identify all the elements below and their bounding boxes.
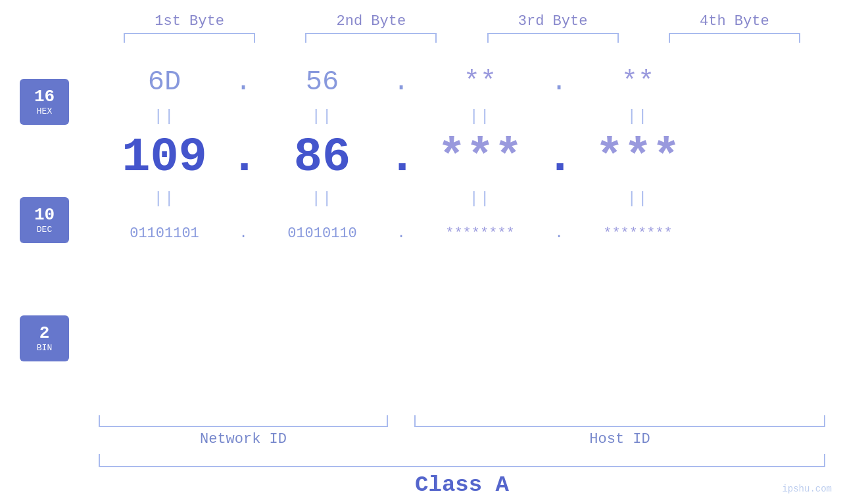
- eq2b: ||: [256, 190, 388, 208]
- hex-b3: **: [414, 66, 546, 98]
- byte3-header: 3rd Byte: [487, 13, 619, 30]
- dec-b2: 86: [256, 131, 388, 185]
- bin-dot1: .: [230, 225, 256, 242]
- dec-badge: 10 DEC: [20, 197, 69, 243]
- eq1: ||: [99, 108, 230, 126]
- bin-dot3: .: [546, 225, 572, 242]
- hex-row: 6D . 56 . ** . **: [99, 59, 825, 105]
- full-bottom-bracket-row: [0, 454, 845, 467]
- hex-b1: 6D: [99, 66, 230, 98]
- dec-row: 109 . 86 . *** . ***: [99, 128, 825, 187]
- host-id-section: [414, 415, 825, 427]
- eq1b: ||: [99, 190, 230, 208]
- hex-b2: 56: [256, 66, 388, 98]
- bin-row: 01101101 . 01010110 . ******** .: [99, 210, 825, 256]
- bracket-top-4: [669, 33, 800, 43]
- bracket-top-3: [487, 33, 619, 43]
- dec-badge-label: DEC: [37, 225, 52, 235]
- hex-badge: 16 HEX: [20, 79, 69, 125]
- byte1-header: 1st Byte: [124, 13, 255, 30]
- hex-b4: **: [572, 66, 704, 98]
- network-id-section: [99, 415, 388, 427]
- dec-dot3: .: [546, 131, 572, 185]
- host-bracket: [414, 415, 825, 427]
- byte4-header: 4th Byte: [669, 13, 800, 30]
- top-brackets: [0, 33, 845, 43]
- id-labels: Network ID Host ID: [0, 431, 845, 447]
- equals-row-2: || || || ||: [99, 187, 825, 210]
- full-bottom-bracket: [99, 454, 825, 467]
- dec-b1: 109: [99, 131, 230, 185]
- bottom-id-brackets: [0, 415, 845, 427]
- hex-badge-number: 16: [34, 87, 55, 106]
- bin-b4: ********: [572, 225, 704, 242]
- bin-badge-number: 2: [39, 324, 50, 343]
- dec-dot2: .: [388, 131, 414, 185]
- content-area: 16 HEX 10 DEC 2 BIN 6D .: [0, 49, 845, 415]
- eq3: ||: [414, 108, 546, 126]
- byte-headers-row: 1st Byte 2nd Byte 3rd Byte 4th Byte: [0, 0, 845, 30]
- equals-row: || || || ||: [99, 105, 825, 128]
- main-container: 1st Byte 2nd Byte 3rd Byte 4th Byte 16 H…: [0, 0, 845, 504]
- hex-badge-label: HEX: [37, 106, 52, 116]
- bracket-top-1: [124, 33, 255, 43]
- bin-badge: 2 BIN: [20, 315, 69, 361]
- class-label-row: Class A: [0, 472, 845, 497]
- dec-b3: ***: [414, 131, 546, 185]
- hex-dot3: .: [546, 66, 572, 98]
- eq2: ||: [256, 108, 388, 126]
- bin-b1: 01101101: [99, 225, 230, 242]
- bracket-top-2: [305, 33, 437, 43]
- dec-badge-number: 10: [34, 206, 55, 225]
- eq4b: ||: [572, 190, 704, 208]
- eq4: ||: [572, 108, 704, 126]
- bin-b3: ********: [414, 225, 546, 242]
- watermark: ipshu.com: [782, 484, 832, 494]
- bytes-grid: 6D . 56 . ** . **: [99, 49, 845, 260]
- network-id-label: Network ID: [99, 431, 388, 447]
- byte2-header: 2nd Byte: [305, 13, 437, 30]
- host-id-label: Host ID: [414, 431, 825, 447]
- badges-column: 16 HEX 10 DEC 2 BIN: [0, 62, 99, 401]
- bin-dot2: .: [388, 225, 414, 242]
- bin-badge-label: BIN: [37, 343, 52, 353]
- dec-dot1: .: [230, 131, 256, 185]
- network-bracket: [99, 415, 388, 427]
- bin-b2: 01010110: [256, 225, 388, 242]
- hex-dot2: .: [388, 66, 414, 98]
- dec-b4: ***: [572, 131, 704, 185]
- class-label: Class A: [415, 472, 509, 497]
- eq3b: ||: [414, 190, 546, 208]
- hex-dot1: .: [230, 66, 256, 98]
